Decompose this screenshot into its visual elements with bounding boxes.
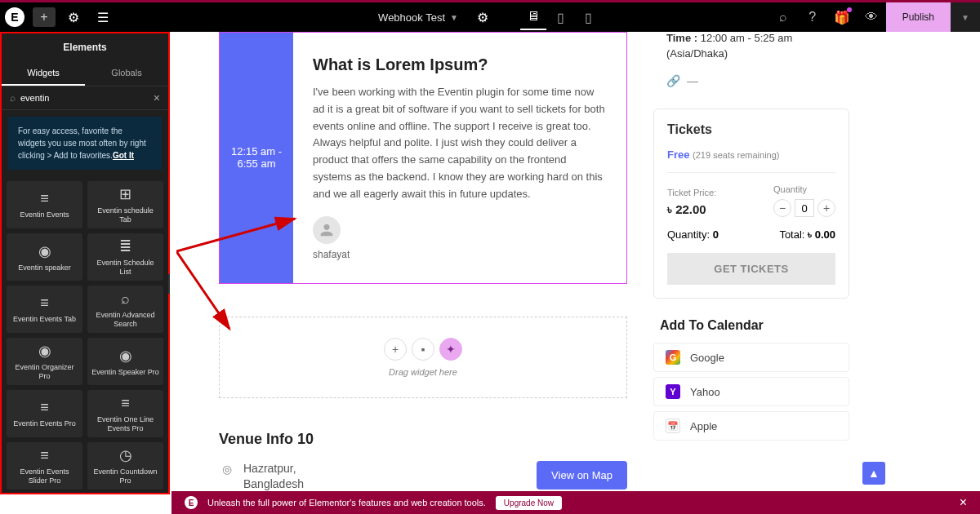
- widget-icon: ⊞: [119, 185, 131, 203]
- widget-dropzone[interactable]: + ▪ ✦ Drag widget here: [219, 317, 627, 398]
- widget-icon: ≡: [40, 190, 49, 207]
- author-avatar: [313, 216, 341, 244]
- widget-icon: ≡: [40, 447, 49, 464]
- widget-item[interactable]: ≡Eventin Events Tab: [7, 286, 82, 333]
- widget-item[interactable]: ≡Eventin Events: [7, 181, 82, 228]
- preview-icon[interactable]: 👁: [857, 2, 886, 32]
- elementor-logo[interactable]: E: [0, 2, 29, 32]
- event-time: Time : 12:00 am - 5:25 am: [653, 32, 849, 44]
- price-label: Ticket Price:: [667, 188, 716, 197]
- page-title-label: Webhook Test: [378, 11, 445, 24]
- widget-label: Eventin Organizer Pro: [10, 363, 79, 381]
- qty-minus-button[interactable]: −: [773, 199, 791, 217]
- qty-plus-button[interactable]: +: [817, 199, 835, 217]
- venue-heading: Venue Info 10: [219, 431, 627, 448]
- dropzone-label: Drag widget here: [389, 367, 457, 377]
- panel-title: Elements: [2, 33, 168, 61]
- widget-label: Eventin Speaker Pro: [91, 368, 159, 377]
- calendar-provider-icon: G: [666, 350, 680, 365]
- upgrade-button[interactable]: Upgrade Now: [496, 496, 562, 510]
- banner-text: Unleash the full power of Elementor's fe…: [207, 498, 486, 507]
- got-it-link[interactable]: Got It: [113, 151, 134, 160]
- page-title-dropdown[interactable]: Webhook Test ▼: [378, 11, 458, 24]
- clear-search-icon[interactable]: ×: [154, 91, 160, 104]
- tab-widgets[interactable]: Widgets: [2, 61, 85, 86]
- qty-value[interactable]: 0: [795, 199, 814, 217]
- tickets-box: Tickets Free (219 seats remaining) Ticke…: [653, 109, 849, 299]
- calendar-heading: Add To Calendar: [653, 318, 849, 333]
- total-value: ৳ 0.00: [808, 228, 835, 241]
- widget-icon: ≡: [40, 399, 49, 416]
- chevron-down-icon: ▼: [450, 13, 458, 22]
- widget-icon: ◉: [38, 242, 51, 260]
- elementor-badge-icon: E: [185, 496, 198, 509]
- calendar-item[interactable]: YYahoo: [653, 377, 849, 406]
- calendar-item[interactable]: GGoogle: [653, 343, 849, 372]
- event-link-row: 🔗—: [653, 69, 849, 92]
- venue-address: Hazratpur, Bangladesh: [243, 461, 528, 493]
- structure-icon[interactable]: ☰: [88, 2, 118, 32]
- widget-label: Eventin speaker: [18, 264, 71, 273]
- widget-icon: ◷: [119, 446, 132, 464]
- widget-search-input[interactable]: [20, 93, 154, 103]
- widget-item[interactable]: ≡Eventin Events Pro: [7, 390, 82, 437]
- search-icon: ⌕: [10, 92, 16, 104]
- widget-label: Eventin Events Tab: [13, 315, 76, 324]
- quantity-summary-value: 0: [713, 228, 719, 241]
- widget-item[interactable]: ◉Eventin Speaker Pro: [87, 338, 163, 385]
- page-settings-icon[interactable]: ⚙: [468, 2, 497, 32]
- upgrade-banner: E Unleash the full power of Elementor's …: [172, 491, 980, 514]
- settings-icon[interactable]: ⚙: [59, 2, 88, 32]
- widget-item[interactable]: ⊞Eventin schedule Tab: [87, 181, 163, 228]
- widget-icon: ≡: [121, 395, 130, 412]
- publish-button[interactable]: Publish: [886, 2, 951, 32]
- widget-item[interactable]: ◉Eventin speaker: [7, 233, 82, 281]
- close-banner-icon[interactable]: ×: [960, 495, 967, 510]
- schedule-card[interactable]: 12:15 am - 6:55 am What is Lorem Ipsum? …: [219, 32, 627, 284]
- get-tickets-button[interactable]: GET TICKETS: [667, 253, 835, 285]
- mobile-icon[interactable]: ▯: [576, 4, 602, 30]
- calendar-provider-label: Apple: [690, 420, 717, 432]
- editor-canvas: 12:15 am - 6:55 am What is Lorem Ipsum? …: [170, 32, 980, 494]
- add-widget-button[interactable]: +: [384, 338, 407, 361]
- widget-label: Eventin One Line Events Pro: [91, 415, 160, 433]
- price-value: ৳ 22.00: [667, 202, 716, 217]
- app-header: E + ⚙ ☰ Webhook Test ▼ ⚙ 🖥 ▯ ▯ ⌕ ? 🎁 👁 P…: [0, 2, 980, 32]
- gift-icon[interactable]: 🎁: [827, 2, 857, 32]
- widget-label: Eventin Schedule List: [91, 259, 160, 277]
- add-template-button[interactable]: ▪: [412, 338, 434, 361]
- event-timezone: (Asia/Dhaka): [653, 47, 849, 60]
- qty-label: Quantity: [773, 184, 835, 194]
- quantity-summary-label: Quantity:: [667, 228, 710, 241]
- desktop-icon[interactable]: 🖥: [520, 4, 546, 30]
- schedule-title: What is Lorem Ipsum?: [313, 55, 607, 74]
- calendar-provider-icon: 📅: [666, 419, 680, 433]
- elements-panel: Elements Widgets Globals ⌕ × For easy ac…: [0, 32, 170, 494]
- calendar-provider-label: Yahoo: [690, 386, 720, 398]
- widget-label: Eventin schedule Tab: [91, 206, 160, 224]
- widget-item[interactable]: ◉Eventin Organizer Pro: [7, 338, 82, 385]
- ai-button[interactable]: ✦: [439, 338, 462, 361]
- favorites-tip: For easy access, favorite the widgets yo…: [8, 117, 162, 170]
- widget-item[interactable]: ⌕Eventin Advanced Search: [87, 286, 163, 333]
- schedule-time: 12:15 am - 6:55 am: [220, 33, 293, 283]
- search-icon[interactable]: ⌕: [768, 2, 798, 32]
- widget-label: Eventin Countdown Pro: [91, 467, 160, 485]
- widget-item[interactable]: ≡Eventin One Line Events Pro: [87, 390, 163, 437]
- scroll-top-button[interactable]: ▲: [862, 462, 885, 485]
- calendar-item[interactable]: 📅Apple: [653, 411, 849, 441]
- publish-options-button[interactable]: ▼: [951, 2, 980, 32]
- widget-item[interactable]: ≣Eventin Schedule List: [87, 233, 163, 281]
- widget-icon: ≣: [119, 237, 131, 255]
- author-name: shafayat: [313, 249, 607, 260]
- help-icon[interactable]: ?: [798, 2, 827, 32]
- link-icon: 🔗: [666, 74, 680, 87]
- tickets-heading: Tickets: [667, 122, 835, 137]
- calendar-provider-icon: Y: [666, 384, 680, 399]
- tab-globals[interactable]: Globals: [85, 61, 168, 86]
- widget-item[interactable]: ◷Eventin Countdown Pro: [87, 442, 163, 490]
- tablet-icon[interactable]: ▯: [548, 4, 574, 30]
- add-element-button[interactable]: +: [29, 2, 59, 32]
- widget-item[interactable]: ≡Eventin Events Slider Pro: [7, 442, 82, 490]
- view-on-map-button[interactable]: View on Map: [537, 461, 627, 490]
